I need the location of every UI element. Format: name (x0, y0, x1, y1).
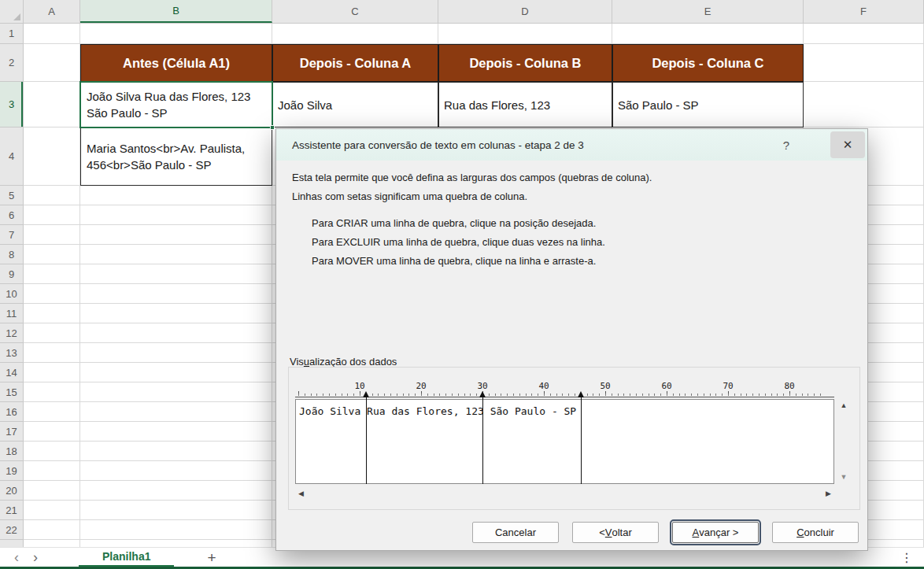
table-header-depois-c[interactable]: Depois - Coluna C (612, 44, 804, 82)
data-preview-box[interactable]: João Silva Rua das Flores, 123 São Paulo… (295, 399, 834, 484)
row-headers: 12345678910111213141516171819202122 (0, 24, 24, 547)
row-header-2[interactable]: 2 (0, 44, 23, 82)
dialog-intro-line-2: Linhas com setas significam uma quebra d… (292, 190, 852, 202)
row-header-16[interactable]: 16 (0, 402, 23, 422)
column-break-line[interactable] (482, 397, 483, 484)
dialog-title: Assistente para conversão de texto em co… (292, 139, 584, 151)
close-icon[interactable]: ✕ (830, 131, 865, 158)
ruler-tick-label: 20 (416, 381, 426, 391)
column-header-a[interactable]: A (24, 0, 80, 23)
preview-horizontal-scrollbar[interactable]: ◀ ▶ (295, 487, 834, 500)
cell-c3[interactable]: João Silva (272, 82, 438, 127)
row-header-22[interactable]: 22 (0, 520, 23, 540)
instruction-create-break: Para CRIAR uma linha de quebra, clique n… (312, 217, 852, 229)
row-header-9[interactable]: 9 (0, 264, 23, 284)
row-header-5[interactable]: 5 (0, 186, 23, 205)
row-header-18[interactable]: 18 (0, 442, 23, 461)
ruler-tick-label: 70 (723, 381, 733, 391)
column-header-c[interactable]: C (272, 0, 438, 23)
cancel-button[interactable]: Cancelar (472, 522, 559, 543)
row-header-6[interactable]: 6 (0, 205, 23, 225)
ruler-tick-label: 80 (784, 381, 794, 391)
ruler-tick-label: 40 (538, 381, 549, 391)
column-header-d[interactable]: D (438, 0, 612, 23)
instruction-move-break: Para MOVER uma linha de quebra, clique n… (312, 255, 852, 267)
row-header-13[interactable]: 13 (0, 343, 23, 363)
column-break-arrow-icon (479, 391, 486, 397)
row-header-11[interactable]: 11 (0, 304, 23, 323)
text-to-columns-dialog: Assistente para conversão de texto em co… (275, 128, 868, 551)
ruler-tick-label: 50 (600, 381, 610, 391)
column-break-arrow-icon (578, 391, 584, 397)
scroll-up-icon[interactable]: ▲ (841, 402, 848, 409)
scroll-down-icon[interactable]: ▼ (841, 474, 848, 481)
preview-area: 1020304050607080 João Silva Rua das Flor… (288, 367, 860, 510)
sheet-tab-planilha1[interactable]: Planilha1 (79, 548, 174, 567)
next-button[interactable]: Avançar > (672, 522, 759, 543)
ruler-tick-label: 30 (477, 381, 487, 391)
row-header-17[interactable]: 17 (0, 422, 23, 442)
dialog-intro-line-1: Esta tela permite que você defina as lar… (292, 172, 852, 183)
row-header-3[interactable]: 3 (0, 82, 23, 127)
scroll-left-icon[interactable]: ◀ (298, 490, 304, 497)
column-header-b[interactable]: B (80, 0, 272, 23)
table-header-antes[interactable]: Antes (Célula A1) (80, 44, 272, 82)
column-break-arrow-icon (363, 391, 369, 397)
table-header-depois-a[interactable]: Depois - Coluna A (272, 44, 438, 82)
help-icon[interactable]: ? (774, 129, 798, 161)
dialog-body: Esta tela permite que você defina as lar… (276, 161, 867, 550)
column-break-line[interactable] (581, 397, 582, 484)
column-break-line[interactable] (366, 397, 367, 484)
finish-button[interactable]: Concluir (772, 522, 859, 543)
preview-text: João Silva Rua das Flores, 123 São Paulo… (299, 405, 576, 417)
ruler-minor-ticks (298, 393, 824, 396)
row-header-1[interactable]: 1 (0, 24, 23, 44)
cell-b4[interactable]: Maria Santos<br>Av. Paulista, 456<br>São… (80, 127, 272, 186)
preview-vertical-scrollbar[interactable]: ▲ ▼ (837, 399, 850, 484)
ruler-baseline (295, 397, 834, 397)
data-preview-label: Visualização dos dados (290, 356, 397, 368)
scroll-right-icon[interactable]: ▶ (826, 490, 831, 497)
select-all-corner[interactable] (0, 0, 24, 24)
column-headers: ABCDEF (24, 0, 924, 24)
row-header-7[interactable]: 7 (0, 225, 23, 245)
back-button[interactable]: < Voltar (572, 522, 659, 543)
cell-d3[interactable]: Rua das Flores, 123 (438, 82, 612, 127)
row-header-10[interactable]: 10 (0, 284, 23, 304)
sheet-nav-next-icon[interactable]: › (33, 550, 38, 564)
row-header-19[interactable]: 19 (0, 461, 23, 481)
row-header-8[interactable]: 8 (0, 245, 23, 264)
sheet-nav-prev-icon[interactable]: ‹ (14, 550, 19, 564)
row-header-14[interactable]: 14 (0, 363, 23, 382)
dialog-buttons: Cancelar < Voltar Avançar > Concluir (472, 522, 859, 543)
column-header-e[interactable]: E (612, 0, 804, 23)
dialog-titlebar[interactable]: Assistente para conversão de texto em co… (276, 129, 867, 161)
row-header-20[interactable]: 20 (0, 481, 23, 501)
more-options-icon[interactable]: ⋮ (900, 550, 913, 565)
row-header-4[interactable]: 4 (0, 127, 23, 186)
add-sheet-button[interactable]: + (207, 550, 216, 565)
sheet-tab-label: Planilha1 (102, 550, 150, 563)
table-header-depois-b[interactable]: Depois - Coluna B (438, 44, 612, 82)
row-header-15[interactable]: 15 (0, 382, 23, 402)
instruction-delete-break: Para EXCLUIR uma linha de quebra, clique… (312, 236, 852, 248)
row-header-12[interactable]: 12 (0, 323, 23, 343)
row-header-21[interactable]: 21 (0, 501, 23, 520)
cell-e3[interactable]: São Paulo - SP (612, 82, 804, 127)
ruler-tick-label: 60 (661, 381, 671, 391)
column-header-f[interactable]: F (804, 0, 924, 23)
cell-b3-active[interactable]: João Silva Rua das Flores, 123 São Paulo… (80, 82, 272, 127)
ruler-tick-label: 10 (354, 381, 364, 391)
